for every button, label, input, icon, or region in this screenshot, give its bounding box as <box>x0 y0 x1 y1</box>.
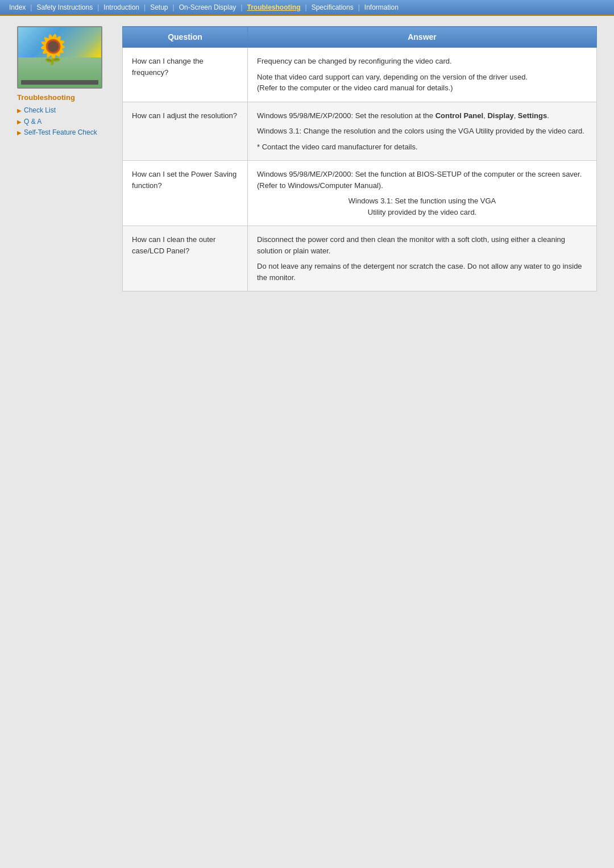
table-row: How can I change the frequency? Frequenc… <box>123 48 597 102</box>
col-question-header: Question <box>123 27 248 48</box>
sidebar-link-selftest[interactable]: Self-Test Feature Check <box>24 128 97 137</box>
question-resolution: How can I adjust the resolution? <box>123 102 248 161</box>
question-clean: How can I clean the outer case/LCD Panel… <box>123 226 248 291</box>
answer-ps-p1: Windows 95/98/ME/XP/2000: Set the functi… <box>257 169 587 191</box>
sidebar: Troubleshooting ▶ Check List ▶ Q & A ▶ S… <box>17 26 117 291</box>
answer-freq-p1: Frequency can be changed by reconfigurin… <box>257 56 587 67</box>
col-answer-header: Answer <box>248 27 597 48</box>
table-container: Question Answer How can I change the fre… <box>122 26 597 291</box>
answer-cl-p2: Do not leave any remains of the detergen… <box>257 261 587 283</box>
answer-freq-p2: Note that video card support can vary, d… <box>257 72 587 94</box>
sidebar-title: Troubleshooting <box>17 93 117 102</box>
answer-ps-p2: Windows 3.1: Set the function using the … <box>257 195 587 218</box>
bold-control-panel: Control Panel <box>435 111 484 120</box>
qa-table: Question Answer How can I change the fre… <box>122 26 597 291</box>
sidebar-link-checklist[interactable]: Check List <box>24 106 56 115</box>
table-row: How can I set the Power Saving function?… <box>123 161 597 226</box>
table-row: How can I clean the outer case/LCD Panel… <box>123 226 597 291</box>
sidebar-nav: ▶ Check List ▶ Q & A ▶ Self-Test Feature… <box>17 106 117 137</box>
nav-index[interactable]: Index <box>5 3 30 11</box>
answer-clean: Disconnect the power cord and then clean… <box>248 226 597 291</box>
answer-powersave: Windows 95/98/ME/XP/2000: Set the functi… <box>248 161 597 226</box>
page-wrapper: Index | Safety Instructions | Introducti… <box>0 0 614 868</box>
bold-display: Display <box>487 111 513 120</box>
arrow-icon-checklist: ▶ <box>17 107 22 114</box>
arrow-icon-qa: ▶ <box>17 119 22 125</box>
nav-osd[interactable]: On-Screen Display <box>175 3 241 11</box>
answer-res-p3: * Contact the video card manufacturer fo… <box>257 141 587 153</box>
nav-safety[interactable]: Safety Instructions <box>32 3 97 11</box>
question-powersave: How can I set the Power Saving function? <box>123 161 248 226</box>
sidebar-image <box>17 26 102 89</box>
nav-information[interactable]: Information <box>360 3 403 11</box>
nav-specifications[interactable]: Specifications <box>307 3 358 11</box>
answer-res-p2: Windows 3.1: Change the resolution and t… <box>257 126 587 137</box>
arrow-icon-selftest: ▶ <box>17 130 22 136</box>
main-content: Troubleshooting ▶ Check List ▶ Q & A ▶ S… <box>0 16 614 308</box>
answer-res-p1: Windows 95/98/ME/XP/2000: Set the resolu… <box>257 110 587 122</box>
nav-bar: Index | Safety Instructions | Introducti… <box>0 0 614 16</box>
answer-resolution: Windows 95/98/ME/XP/2000: Set the resolu… <box>248 102 597 161</box>
answer-cl-p1: Disconnect the power cord and then clean… <box>257 234 587 256</box>
nav-introduction[interactable]: Introduction <box>99 3 144 11</box>
table-row: How can I adjust the resolution? Windows… <box>123 102 597 161</box>
table-header-row: Question Answer <box>123 27 597 48</box>
sidebar-item-checklist: ▶ Check List <box>17 106 117 115</box>
nav-setup[interactable]: Setup <box>146 3 172 11</box>
sidebar-item-selftest: ▶ Self-Test Feature Check <box>17 128 117 137</box>
sidebar-link-qa[interactable]: Q & A <box>24 118 42 127</box>
nav-troubleshooting[interactable]: Troubleshooting <box>243 3 305 11</box>
bold-settings: Settings <box>518 111 547 120</box>
monitor-bar <box>21 80 98 85</box>
sidebar-item-qa: ▶ Q & A <box>17 118 117 127</box>
question-frequency: How can I change the frequency? <box>123 48 248 102</box>
answer-frequency: Frequency can be changed by reconfigurin… <box>248 48 597 102</box>
